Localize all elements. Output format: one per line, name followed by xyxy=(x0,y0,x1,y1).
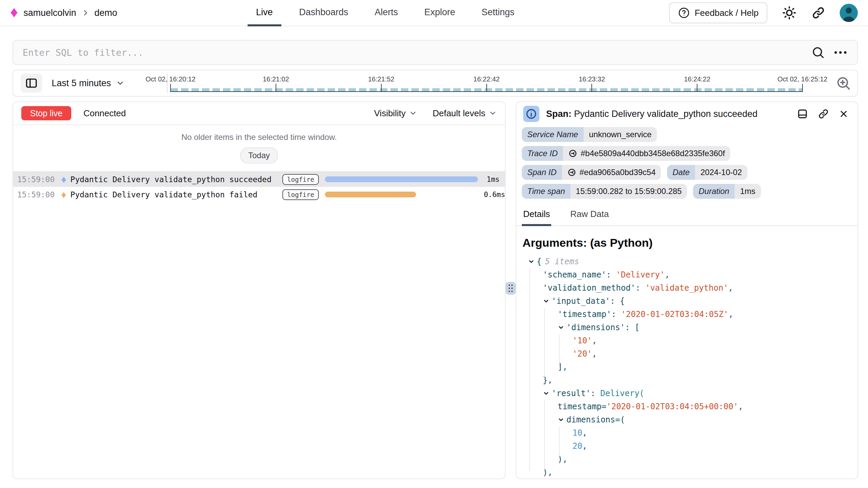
indent-guide xyxy=(559,427,560,459)
meta-value: 2024-10-02 xyxy=(695,165,747,180)
code-token: dimensions=( xyxy=(566,415,625,424)
code-token: 'result' xyxy=(552,389,591,398)
meta-value: 15:59:00.282 to 15:59:00.285 xyxy=(570,184,687,199)
code-token: : xyxy=(636,283,645,293)
code-token: 'Delivery' xyxy=(616,270,665,279)
timeline-tick-mark xyxy=(697,84,697,92)
top-header: ♦ samuelcolvin demo LiveDashboardsAlerts… xyxy=(0,0,868,26)
timeline-tick-mark xyxy=(381,84,382,92)
timeline[interactable]: Oct 02, 16:20:1216:21:0216:21:5216:22:42… xyxy=(171,70,802,96)
log-rows: 15:59:00 ♦ Pydantic Delivery validate_py… xyxy=(13,171,505,202)
meta-row: Time span 15:59:00.282 to 15:59:00.285 D… xyxy=(522,184,852,199)
header-actions: Feedback / Help xyxy=(669,2,858,23)
copy-link-icon[interactable] xyxy=(818,108,829,120)
default-levels-dropdown[interactable]: Default levels xyxy=(433,108,497,119)
collapse-caret-icon[interactable] xyxy=(543,390,552,397)
meta-pill: Service Name unknown_service xyxy=(522,127,657,142)
log-timestamp: 15:59:00 xyxy=(17,175,58,184)
scope-badge[interactable]: logfire xyxy=(282,174,319,185)
chevron-down-icon xyxy=(116,79,125,88)
meta-pill: Duration 1ms xyxy=(693,184,761,199)
link-icon[interactable] xyxy=(567,168,576,177)
arguments-heading: Arguments: (as Python) xyxy=(522,236,858,249)
span-detail-panel: Span: Pydantic Delivery validate_python … xyxy=(516,101,858,479)
feedback-help-button[interactable]: Feedback / Help xyxy=(669,2,767,23)
visibility-dropdown[interactable]: Visibility xyxy=(374,108,417,119)
meta-label: Time span xyxy=(522,184,570,199)
close-icon[interactable] xyxy=(839,109,849,119)
dock-panel-icon[interactable] xyxy=(797,108,808,120)
sidebar-toggle-button[interactable] xyxy=(21,74,42,93)
live-panel-header: Stop live Connected Visibility Default l… xyxy=(13,102,505,125)
user-avatar[interactable] xyxy=(840,4,858,22)
meta-label: Service Name xyxy=(522,127,584,142)
breadcrumb-org[interactable]: samuelcolvin xyxy=(23,8,76,18)
code-token: '20' xyxy=(572,349,592,359)
timeline-tick-label: 16:23:32 xyxy=(579,75,605,83)
main-nav: LiveDashboardsAlertsExploreSettings xyxy=(248,0,523,26)
code-token: 10 xyxy=(572,428,582,438)
log-timestamp: 15:59:00 xyxy=(17,190,58,199)
share-link-icon[interactable] xyxy=(811,6,825,20)
timeline-tick-label: Oct 02, 16:25:12 xyxy=(777,75,827,83)
search-icon[interactable] xyxy=(811,46,825,59)
link-icon[interactable] xyxy=(568,149,577,158)
timeline-tick-mark xyxy=(170,84,171,92)
timeline-tick-mark xyxy=(591,84,592,92)
code-token: { xyxy=(537,257,541,266)
code-line: }, xyxy=(525,373,858,387)
meta-value-text: unknown_service xyxy=(589,130,652,139)
nav-tab-explore[interactable]: Explore xyxy=(416,0,464,26)
sql-filter-input[interactable] xyxy=(22,47,811,58)
meta-value: 1ms xyxy=(735,184,761,199)
nav-tab-dashboards[interactable]: Dashboards xyxy=(291,0,357,26)
duration-bar-track xyxy=(325,176,484,182)
zoom-in-icon[interactable] xyxy=(836,75,851,91)
sql-filter-bar: ••• xyxy=(12,40,858,65)
code-token: 5 items xyxy=(545,257,579,266)
code-line: dimensions=( xyxy=(525,413,858,426)
code-line: 10, xyxy=(525,426,858,439)
meta-value: #b4e5809a440dbb3458e68d2335fe360f xyxy=(563,146,730,161)
code-line: 'dimensions': [ xyxy=(525,321,858,334)
collapse-caret-icon[interactable] xyxy=(543,298,552,304)
tab-raw-data[interactable]: Raw Data xyxy=(569,207,610,226)
span-detail-header: Span: Pydantic Delivery validate_python … xyxy=(516,102,858,126)
today-badge: Today xyxy=(240,147,278,164)
code-line: ), xyxy=(525,453,858,466)
panel-resize-handle[interactable] xyxy=(506,282,516,295)
log-row[interactable]: 15:59:00 ♦ Pydantic Delivery validate_py… xyxy=(13,187,505,202)
meta-label: Date xyxy=(667,165,695,180)
scope-badge[interactable]: logfire xyxy=(282,189,319,200)
code-token: 'schema_name' xyxy=(543,270,606,279)
stop-live-button[interactable]: Stop live xyxy=(21,106,71,120)
code-line: ], xyxy=(525,360,858,373)
collapse-caret-icon[interactable] xyxy=(558,324,566,331)
nav-tab-alerts[interactable]: Alerts xyxy=(366,0,406,26)
span-detail-actions xyxy=(797,108,849,120)
indent-guide xyxy=(529,268,530,471)
detail-tabs: Details Raw Data xyxy=(516,204,858,226)
nav-tab-live[interactable]: Live xyxy=(248,0,281,26)
collapse-caret-icon[interactable] xyxy=(558,416,566,423)
code-token: : { xyxy=(610,296,624,306)
timeline-tick-label: 16:22:42 xyxy=(474,75,500,83)
more-options-icon[interactable]: ••• xyxy=(834,48,848,57)
span-kind-icon: ♦ xyxy=(61,190,66,200)
collapse-caret-icon[interactable] xyxy=(528,258,537,265)
time-range-bar: Last 5 minutes Oct 02, 16:20:1216:21:021… xyxy=(12,70,858,97)
breadcrumb-project[interactable]: demo xyxy=(95,8,118,18)
theme-toggle-sun-icon[interactable] xyxy=(782,5,797,21)
logfire-logo-icon[interactable]: ♦ xyxy=(10,4,18,20)
time-range-dropdown[interactable]: Last 5 minutes xyxy=(52,78,125,89)
log-row[interactable]: 15:59:00 ♦ Pydantic Delivery validate_py… xyxy=(13,172,505,187)
code-line: 20, xyxy=(525,439,858,453)
default-levels-label: Default levels xyxy=(433,108,485,119)
code-token: , xyxy=(592,336,597,345)
tab-details[interactable]: Details xyxy=(522,207,551,226)
nav-tab-settings[interactable]: Settings xyxy=(473,0,523,26)
connection-status: Connected xyxy=(83,108,126,119)
code-token: 'input_data' xyxy=(552,296,610,306)
code-token: , xyxy=(592,349,597,359)
span-title: Span: Pydantic Delivery validate_python … xyxy=(546,109,758,119)
